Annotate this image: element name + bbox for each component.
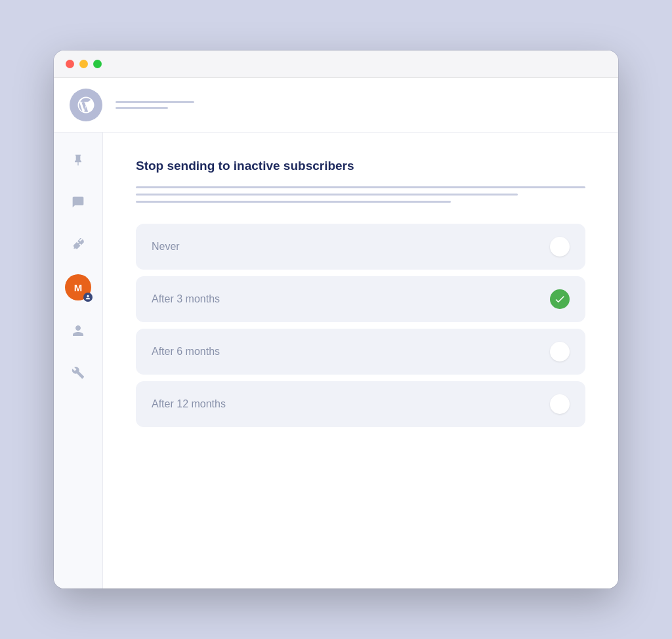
- sidebar: M: [54, 133, 103, 588]
- wordpress-icon: [76, 95, 96, 115]
- desc-line-1: [136, 186, 585, 188]
- titlebar: [54, 51, 618, 78]
- minimize-button[interactable]: [79, 60, 88, 68]
- sidebar-item-settings[interactable]: [66, 361, 90, 384]
- avatar-badge: [83, 293, 93, 302]
- header-line-1: [116, 101, 194, 103]
- option-never[interactable]: Never: [136, 224, 585, 270]
- header-line-2: [116, 107, 168, 109]
- options-list: Never After 3 months After 6 months: [136, 224, 585, 427]
- app-window: M Stop sending to inactive su: [54, 51, 618, 588]
- wp-logo: [70, 89, 102, 121]
- option-3months-radio[interactable]: [550, 289, 570, 309]
- sidebar-item-wrench[interactable]: [66, 232, 90, 256]
- sidebar-item-user[interactable]: [66, 319, 90, 342]
- option-never-radio[interactable]: [550, 237, 570, 257]
- section-title: Stop sending to inactive subscribers: [136, 159, 585, 173]
- option-never-label: Never: [152, 241, 180, 253]
- header-lines: [116, 101, 194, 109]
- option-12months[interactable]: After 12 months: [136, 381, 585, 427]
- main-content: Stop sending to inactive subscribers Nev…: [103, 133, 618, 588]
- maximize-button[interactable]: [93, 60, 102, 68]
- option-3months-label: After 3 months: [152, 293, 220, 305]
- option-6months-radio[interactable]: [550, 342, 570, 361]
- top-bar: [54, 78, 618, 133]
- option-12months-label: After 12 months: [152, 398, 226, 410]
- option-12months-radio[interactable]: [550, 394, 570, 414]
- user-avatar[interactable]: M: [65, 274, 91, 300]
- option-6months[interactable]: After 6 months: [136, 329, 585, 375]
- avatar-initial: M: [74, 282, 83, 293]
- option-3months[interactable]: After 3 months: [136, 276, 585, 322]
- check-icon: [554, 293, 566, 305]
- close-button[interactable]: [66, 60, 74, 68]
- main-layout: M Stop sending to inactive su: [54, 133, 618, 588]
- description-lines: [136, 186, 585, 203]
- option-6months-label: After 6 months: [152, 346, 220, 358]
- sidebar-item-pin[interactable]: [66, 148, 90, 172]
- sidebar-item-comment[interactable]: [66, 190, 90, 214]
- desc-line-2: [136, 194, 518, 196]
- desc-line-3: [136, 201, 451, 203]
